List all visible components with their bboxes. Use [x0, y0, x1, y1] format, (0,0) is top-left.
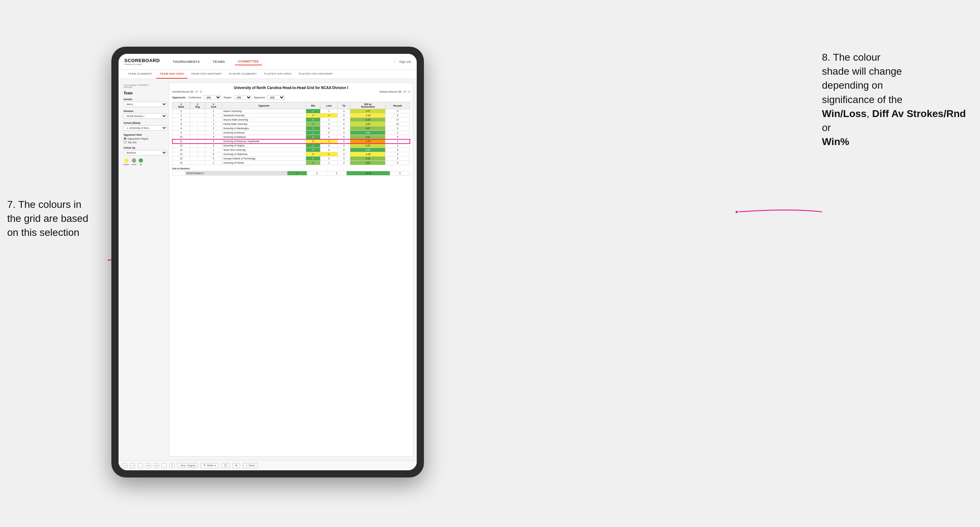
- table-cell: 1: [320, 109, 338, 113]
- table-cell: 13: [172, 148, 190, 152]
- table-cell: 0: [338, 157, 350, 161]
- filter-region-select[interactable]: (All): [234, 95, 252, 100]
- table-cell: 0: [320, 144, 338, 148]
- table-cell: 0: [320, 148, 338, 152]
- nav-committee[interactable]: COMMITTEE: [235, 58, 262, 65]
- radio-top100[interactable]: Top 100: [124, 141, 167, 144]
- table-cell: -: [190, 113, 205, 118]
- table-row: 13-1Texas Tech University3005.569: [172, 148, 410, 152]
- table-cell: Texas Tech University: [222, 148, 306, 152]
- table-row: 2-1Auburn University2101.679: [172, 109, 410, 113]
- school-select[interactable]: 1. University of Nort...: [124, 125, 167, 131]
- comment-btn[interactable]: 💬: [222, 463, 230, 468]
- table-cell: University of Florida: [222, 161, 306, 165]
- radio-opponents-played[interactable]: Opponents Played: [124, 137, 167, 140]
- table-cell: 12: [172, 144, 190, 148]
- table-cell: 9: [385, 148, 410, 152]
- gender-select[interactable]: Men's: [124, 102, 167, 107]
- table-cell: 4: [306, 122, 320, 126]
- filter-row: Opponents: Conference (All) Region (All)…: [172, 95, 410, 100]
- watch-btn[interactable]: 👁 Watch ▾: [201, 463, 219, 468]
- table-cell: University of Arkansas, Fayetteville: [222, 139, 306, 144]
- sign-out-link[interactable]: Sign out: [395, 60, 411, 63]
- table-cell: 1: [306, 126, 320, 131]
- filter-opponent-select[interactable]: (All): [267, 95, 285, 100]
- grid-btn[interactable]: ⊞: [233, 463, 240, 468]
- table-row: 14-0University of Oklahoma010-1.003: [172, 152, 410, 157]
- table-cell: 3: [172, 113, 190, 118]
- filter-opponents-label: Opponents:: [172, 96, 186, 99]
- paste-icon[interactable]: ⊟: [154, 463, 159, 468]
- nav-tournaments[interactable]: TOURNAMENTS: [170, 59, 203, 65]
- view-original-btn[interactable]: View: Original: [177, 463, 198, 468]
- left-panel: Last Updated: 27/03/2024 16:55:38 Team G…: [122, 83, 169, 457]
- tab-team-summary[interactable]: TEAM SUMMARY: [124, 70, 156, 79]
- tab-player-h2h-grid[interactable]: PLAYER H2H GRID: [261, 70, 295, 79]
- table-row: 16-2University of Florida3104.629: [172, 161, 410, 165]
- table-cell: 0: [338, 109, 350, 113]
- table-cell: Arizona State University: [222, 118, 306, 122]
- team-label: Team: [124, 91, 167, 95]
- table-cell: 9: [385, 109, 410, 113]
- table-header-row: #Rank #Reg #Conf Opponent Win Loss Tie D…: [172, 102, 410, 109]
- dash-icon[interactable]: —: [162, 463, 167, 468]
- table-cell: 0: [320, 157, 338, 161]
- table-cell: -: [190, 109, 205, 113]
- division-select[interactable]: NCAA Division I: [124, 113, 167, 119]
- share-btn[interactable]: ↗ Share: [243, 463, 258, 468]
- table-cell: 1: [205, 109, 222, 113]
- table-cell: 3: [385, 126, 410, 131]
- tab-player-summary[interactable]: PLAYER SUMMARY: [225, 70, 261, 79]
- annotation-right: 8. The colour shade will change dependin…: [822, 50, 973, 149]
- clock-icon[interactable]: ⏱: [170, 463, 175, 468]
- table-cell: 0: [205, 152, 222, 157]
- opponent-radio-group: Opponents Played Top 100: [124, 137, 167, 144]
- tab-team-h2h-grid[interactable]: TEAM H2H GRID: [156, 70, 188, 79]
- gender-section: Gender Men's: [124, 98, 167, 107]
- data-table: #Rank #Reg #Conf Opponent Win Loss Tie D…: [172, 102, 410, 165]
- school-section: School (Rank) 1. University of Nort...: [124, 122, 167, 131]
- table-row: 10-5University of Alabama3002.618: [172, 135, 410, 139]
- table-cell: -: [190, 152, 205, 157]
- table-cell: 1: [320, 152, 338, 157]
- logo-text: SCOREBOARD: [124, 58, 160, 63]
- logo-sub: Powered by clippd: [124, 63, 160, 65]
- table-cell: Vanderbilt University: [222, 113, 306, 118]
- grid-subtitle: Overall Record: 89 - 17 - 0 Division Rec…: [172, 90, 410, 93]
- copy-icon[interactable]: ⊞: [146, 463, 151, 468]
- table-cell: 2: [320, 122, 338, 126]
- table-cell: 5: [306, 157, 320, 161]
- tab-player-h2h-heatmap[interactable]: PLAYER H2H HEATMAP: [295, 70, 336, 79]
- table-cell: University of Washington: [222, 126, 306, 131]
- filter-conference-select[interactable]: (All): [203, 95, 221, 100]
- col-rank: #Rank: [172, 102, 190, 109]
- nav-teams[interactable]: TEAMS: [210, 59, 228, 65]
- table-cell: 1: [205, 148, 222, 152]
- colour-legend: Down Level Up: [124, 158, 167, 165]
- table-cell: 17: [385, 118, 410, 122]
- grid-title: University of North Carolina Head-to-Hea…: [172, 86, 410, 90]
- table-cell: 2.61: [350, 135, 385, 139]
- table-cell: University of Virginia: [222, 144, 306, 148]
- colour-by-select[interactable]: Win/loss Diff Av Strokes/Rnd Win%: [124, 150, 167, 156]
- table-cell: -: [190, 161, 205, 165]
- undo-icon[interactable]: ↩: [122, 463, 127, 468]
- out-div-diff: 24.00: [347, 171, 390, 176]
- table-cell: Florida State University: [222, 122, 306, 126]
- table-cell: 1: [306, 144, 320, 148]
- table-cell: -2.29: [350, 113, 385, 118]
- table-row: 8-2University of Washington1003.673: [172, 126, 410, 131]
- redo-icon[interactable]: ↪: [130, 463, 135, 468]
- table-row: 3-2Vanderbilt University040-2.298: [172, 113, 410, 118]
- colour-dot-up: [138, 158, 143, 163]
- col-reg: #Reg: [190, 102, 205, 109]
- table-row: 9-1University of Arizona1009.002: [172, 131, 410, 135]
- table-cell: 0: [338, 152, 350, 157]
- table-cell: 0: [320, 131, 338, 135]
- bottom-toolbar: ↩ ↪ → ⊞ ⊟ — ⏱ View: Original 👁 Watch ▾ 💬…: [119, 460, 417, 470]
- out-division-label: Out of division: [172, 167, 410, 170]
- tab-team-h2h-heatmap[interactable]: TEAM H2H HEATMAP: [188, 70, 226, 79]
- forward-icon[interactable]: →: [138, 463, 143, 468]
- table-cell: 8: [172, 126, 190, 131]
- table-cell: 9: [385, 161, 410, 165]
